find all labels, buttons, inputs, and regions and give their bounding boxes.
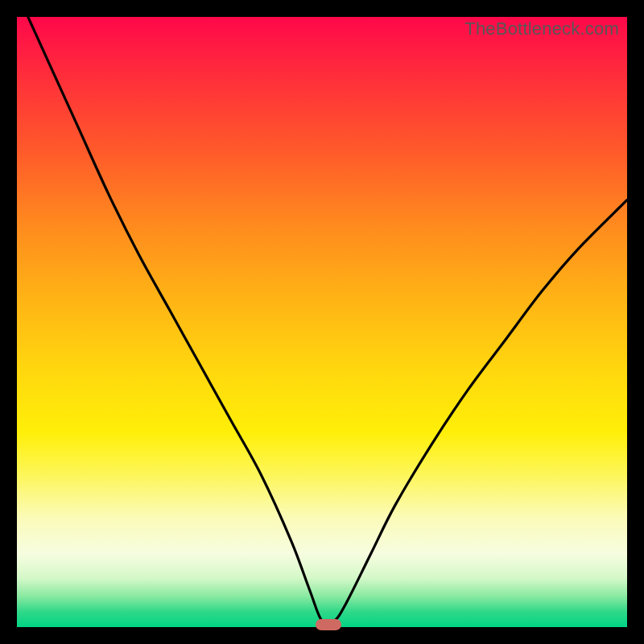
bottleneck-curve — [17, 17, 627, 627]
optimal-point-marker — [316, 619, 341, 630]
plot-area: TheBottleneck.com — [17, 17, 627, 627]
chart-frame: TheBottleneck.com — [0, 0, 644, 644]
